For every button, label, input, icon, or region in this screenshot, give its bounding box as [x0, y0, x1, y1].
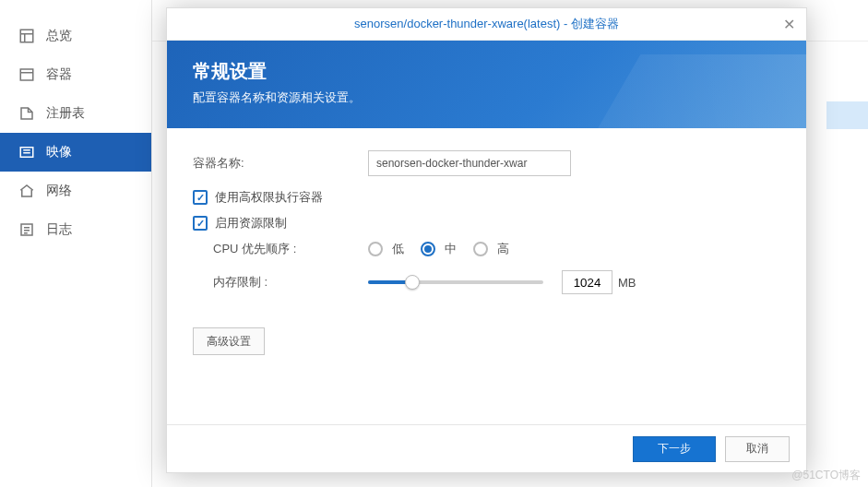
slider-thumb[interactable]: [405, 275, 420, 290]
memory-unit: MB: [618, 276, 636, 290]
sidebar-item-label: 网络: [46, 183, 72, 199]
advanced-settings-button[interactable]: 高级设置: [193, 327, 265, 355]
high-privilege-label: 使用高权限执行容器: [215, 189, 323, 206]
sidebar-item-container[interactable]: 容器: [0, 55, 151, 94]
cpu-high-radio[interactable]: [473, 242, 488, 256]
banner-subtitle: 配置容器名称和资源相关设置。: [193, 89, 780, 106]
image-icon: [18, 144, 35, 160]
sidebar-item-label: 日志: [46, 221, 72, 238]
cpu-mid-radio[interactable]: [421, 242, 435, 256]
cpu-priority-label: CPU 优先顺序 :: [213, 241, 368, 257]
log-icon: [18, 221, 35, 238]
sidebar-item-label: 总览: [46, 28, 72, 44]
memory-slider[interactable]: [368, 280, 543, 284]
sidebar: 总览 容器 注册表 映像 网络 日志: [0, 0, 152, 487]
cpu-priority-radio-group: 低 中 高: [368, 241, 517, 257]
memory-limit-label: 内存限制 :: [213, 274, 368, 291]
memory-input[interactable]: [562, 270, 612, 294]
sidebar-item-network[interactable]: 网络: [0, 172, 151, 210]
registry-icon: [18, 105, 35, 122]
high-privilege-checkbox[interactable]: [193, 190, 208, 205]
cancel-button[interactable]: 取消: [725, 436, 790, 462]
container-icon: [18, 66, 35, 83]
banner-title: 常规设置: [193, 59, 780, 84]
close-icon[interactable]: ✕: [783, 16, 795, 33]
sidebar-item-image[interactable]: 映像: [0, 133, 151, 172]
modal-footer: 下一步 取消: [167, 424, 806, 472]
overview-icon: [18, 28, 35, 44]
network-icon: [18, 183, 35, 199]
form-area: 容器名称: 使用高权限执行容器 启用资源限制 CPU 优先顺序 : 低 中 高 …: [167, 128, 806, 355]
cpu-mid-label: 中: [445, 241, 457, 257]
next-button[interactable]: 下一步: [633, 436, 716, 462]
modal-banner: 常规设置 配置容器名称和资源相关设置。: [167, 41, 806, 128]
container-name-label: 容器名称:: [193, 155, 368, 172]
create-container-modal: senorsen/docker-thunder-xware(latest) - …: [166, 7, 807, 473]
watermark: @51CTO博客: [791, 468, 861, 483]
sidebar-item-label: 注册表: [46, 105, 85, 122]
cpu-low-radio[interactable]: [368, 242, 383, 256]
modal-titlebar: senorsen/docker-thunder-xware(latest) - …: [167, 8, 806, 41]
svg-rect-1: [20, 69, 33, 80]
sidebar-item-overview[interactable]: 总览: [0, 17, 151, 55]
svg-rect-0: [20, 30, 33, 42]
sidebar-item-label: 映像: [46, 144, 72, 160]
sidebar-item-registry[interactable]: 注册表: [0, 94, 151, 133]
cpu-low-label: 低: [392, 241, 404, 257]
container-name-input[interactable]: [368, 150, 571, 176]
resource-limit-label: 启用资源限制: [215, 215, 287, 232]
modal-title: senorsen/docker-thunder-xware(latest) - …: [354, 16, 619, 32]
resource-limit-checkbox[interactable]: [193, 216, 208, 231]
cpu-high-label: 高: [497, 241, 509, 257]
sidebar-item-log[interactable]: 日志: [0, 210, 151, 249]
sidebar-item-label: 容器: [46, 66, 72, 83]
